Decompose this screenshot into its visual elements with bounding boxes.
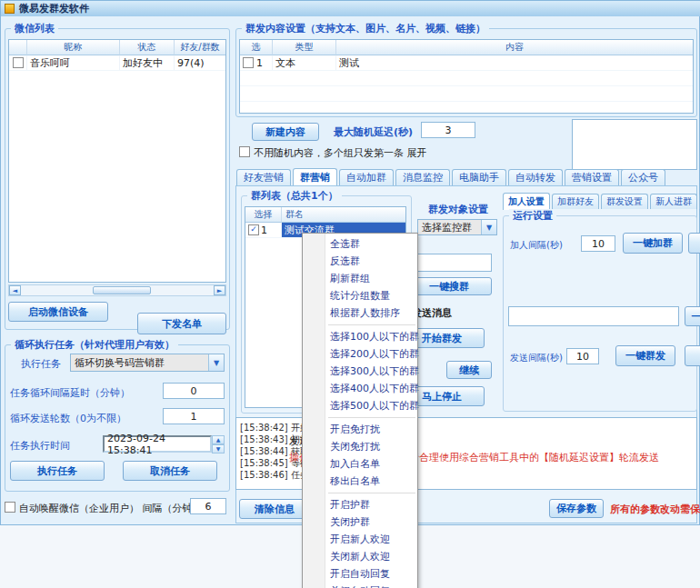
context-menu-item[interactable]: 全选群 (303, 235, 417, 253)
task-exec-dropdown[interactable]: 循环切换号码营销群 ▼ (70, 354, 225, 372)
context-menu-item[interactable]: 选择400人以下的群 (303, 380, 417, 397)
add-interval-label: 加人间隔(秒) (510, 239, 563, 252)
add-interval-input[interactable]: 10 (581, 235, 615, 252)
accounts-col-counts: 好友/群数 (175, 40, 225, 55)
clear-log-button[interactable]: 清除信息 (239, 499, 310, 519)
context-menu-item[interactable]: 刷新群组 (303, 270, 417, 287)
accounts-col-name: 昵称 (27, 40, 120, 55)
random-content-checkbox[interactable] (239, 146, 250, 157)
context-menu-item[interactable]: 选择500人以下的群 (303, 397, 417, 414)
chevron-down-icon[interactable]: ▼ (208, 354, 224, 371)
content-table[interactable]: 选 类型 内容 1 文本 测试 (239, 39, 694, 114)
title-bar: 微易发群发软件 (1, 1, 700, 16)
scroll-thumb[interactable] (93, 286, 151, 294)
main-tab[interactable]: 营销设置 (565, 169, 619, 186)
save-params-button[interactable]: 保存参数 (549, 499, 604, 518)
account-status: 加好友中 (120, 55, 175, 70)
one-key-send-button[interactable]: 一键群发 (615, 345, 675, 366)
run-task-button[interactable]: 执行任务 (10, 461, 105, 481)
context-menu-item[interactable]: 开启护群 (303, 496, 417, 513)
context-menu-item[interactable]: 关闭自动回复 (303, 583, 417, 588)
context-menu-item[interactable]: 选择200人以下的群 (303, 345, 417, 363)
context-menu-item[interactable]: 开启免打扰 (303, 421, 417, 438)
context-menu-item[interactable]: 开启自动回复 (303, 565, 417, 583)
screen: 微易发群发软件 微信列表 昵称 状态 好友/群数 音乐呵呵 加好友中 97(4)… (0, 0, 700, 588)
main-tab[interactable]: 自动加群 (339, 169, 394, 186)
target-set-label: 群发对象设置 (428, 203, 488, 216)
target-dropdown[interactable]: 选择监控群 ▼ (417, 219, 497, 235)
one-key-add-friend-button[interactable]: 一键加好友 (685, 306, 700, 326)
search-group-button[interactable]: 一键搜群 (406, 277, 492, 295)
grouplist-col-sel: 选择 (245, 207, 282, 223)
save-params-note: 所有的参数改动需保存更改 (610, 503, 700, 516)
grouplist-header: 选择 群名 (245, 207, 405, 223)
max-delay-label: 最大随机延迟(秒) (334, 125, 413, 139)
context-menu-item[interactable]: 根据群人数排序 (303, 304, 417, 322)
right-tab[interactable]: 加群好友 (552, 194, 599, 209)
chevron-down-icon[interactable]: ▼ (481, 220, 496, 234)
spinner-down-icon[interactable]: ▼ (212, 444, 225, 453)
context-menu-item[interactable]: 统计分组数量 (303, 287, 417, 304)
account-counts: 97(4) (175, 55, 225, 70)
task-rounds-input[interactable]: 1 (163, 408, 225, 424)
right-tab[interactable]: 新人进群 (650, 194, 697, 209)
task-time-spinner[interactable]: ▲ ▼ (212, 435, 225, 453)
group-row-check[interactable]: ✓1 (245, 223, 282, 237)
grouplist-col-name: 群名 (282, 207, 405, 223)
accounts-title: 微信列表 (11, 22, 58, 35)
scroll-right-icon[interactable]: ► (214, 285, 225, 295)
wake-checkbox[interactable] (5, 502, 15, 513)
content-col-sel: 选 (240, 40, 273, 55)
send-interval-input[interactable]: 10 (566, 348, 599, 364)
continue-button[interactable]: 继续 (446, 361, 492, 379)
task-title: 循环执行任务（针对代理用户有效） (11, 338, 178, 352)
account-checkbox[interactable] (9, 55, 27, 70)
scroll-left-icon[interactable]: ◄ (9, 285, 21, 295)
start-wechat-button[interactable]: 启动微信设备 (8, 302, 108, 322)
spinner-up-icon[interactable]: ▲ (212, 435, 225, 444)
stop-button-2[interactable]: 停止 (685, 345, 700, 366)
window-title: 微易发群发软件 (19, 2, 89, 15)
context-menu-item[interactable]: 移出白名单 (303, 473, 417, 490)
cancel-task-button[interactable]: 取消任务 (123, 461, 217, 481)
context-menu-item[interactable]: 关闭新人欢迎 (303, 548, 417, 565)
main-tab[interactable]: 群营销 (293, 168, 337, 187)
context-menu-item[interactable]: 选择300人以下的群 (303, 363, 417, 380)
main-tab[interactable]: 电脑助手 (452, 169, 506, 186)
content-row-type: 文本 (273, 55, 336, 70)
main-tab[interactable]: 好友营销 (236, 169, 291, 186)
right-tab[interactable]: 加人设置 (503, 193, 550, 210)
context-menu-item[interactable]: 加入白名单 (303, 455, 417, 473)
context-menu-item[interactable]: 关闭护群 (303, 513, 417, 531)
content-row[interactable]: 1 文本 测试 (240, 55, 693, 71)
accounts-table-header: 昵称 状态 好友/群数 (9, 40, 225, 55)
context-menu-item[interactable]: 关闭免打扰 (303, 438, 417, 455)
task-interval-input[interactable]: 0 (163, 383, 225, 399)
main-tab[interactable]: 消息监控 (395, 169, 450, 186)
content-row-body: 测试 (336, 55, 693, 70)
main-tab[interactable]: 公众号 (621, 169, 665, 186)
context-menu-item[interactable]: 反选群 (303, 253, 417, 270)
send-list-button[interactable]: 下发名单 (137, 313, 226, 334)
max-delay-input[interactable]: 3 (421, 122, 475, 138)
context-menu-item[interactable]: 选择100人以下的群 (303, 328, 417, 345)
account-row[interactable]: 音乐呵呵 加好友中 97(4) (9, 55, 225, 71)
group-search-input[interactable] (412, 254, 492, 272)
task-exec-label: 执行任务 (21, 357, 61, 371)
run-settings-title: 运行设置 (509, 209, 556, 223)
task-time-input[interactable]: 2023-09-24 15:38:41 (103, 435, 212, 453)
new-content-button[interactable]: 新建内容 (252, 123, 319, 141)
main-tab[interactable]: 自动转发 (508, 169, 563, 186)
stop-button-1[interactable]: 停止 (688, 233, 700, 254)
task-exec-value: 循环切换号码营销群 (71, 356, 208, 370)
app-icon (5, 4, 15, 14)
wake-interval-input[interactable]: 6 (190, 498, 226, 514)
content-preview-box[interactable] (572, 119, 697, 170)
one-key-add-group-button[interactable]: 一键加群 (623, 233, 683, 254)
accounts-hscrollbar[interactable]: ◄ ► (8, 284, 226, 296)
right-tab[interactable]: 群发设置 (601, 194, 648, 209)
accounts-table[interactable]: 昵称 状态 好友/群数 音乐呵呵 加好友中 97(4) (8, 39, 226, 283)
greet-text-input[interactable] (508, 306, 679, 326)
context-menu-item[interactable]: 开启新人欢迎 (303, 531, 417, 548)
content-row-check[interactable]: 1 (240, 55, 273, 70)
